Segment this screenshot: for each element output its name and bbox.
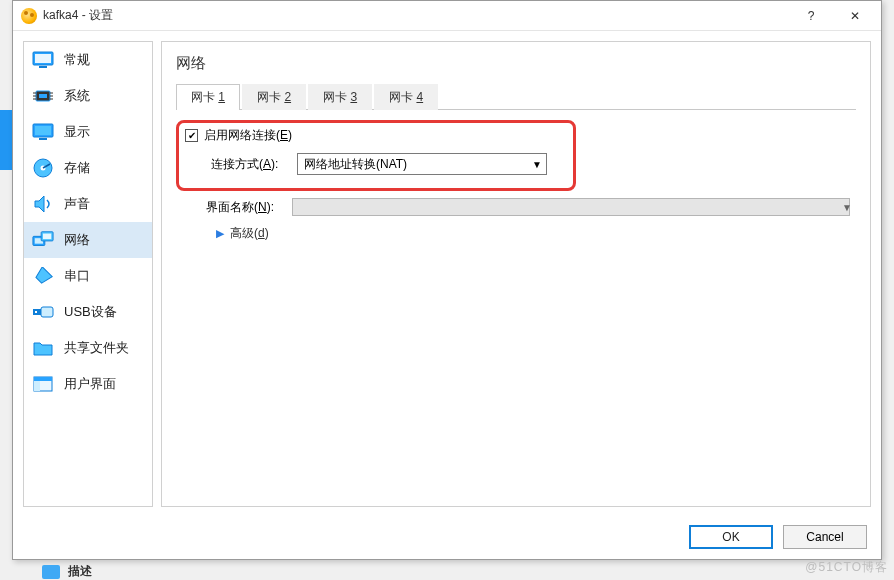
svg-rect-2 xyxy=(39,66,47,68)
svg-rect-25 xyxy=(34,381,40,391)
page-title: 网络 xyxy=(176,50,856,83)
interface-name-combo[interactable] xyxy=(292,198,850,216)
cancel-button[interactable]: Cancel xyxy=(783,525,867,549)
description-icon xyxy=(42,565,60,579)
svg-rect-4 xyxy=(39,94,47,98)
speaker-icon xyxy=(32,194,54,214)
monitor-icon xyxy=(32,50,54,70)
sidebar-item-label: 系统 xyxy=(64,87,90,105)
dialog-body: 常规 系统 显示 存储 xyxy=(13,31,881,517)
usb-icon xyxy=(32,302,54,322)
sidebar-item-label: 共享文件夹 xyxy=(64,339,129,357)
sidebar-item-display[interactable]: 显示 xyxy=(24,114,152,150)
adapter-tabs: 网卡 1 网卡 2 网卡 3 网卡 4 xyxy=(176,83,856,110)
interface-name-label: 界面名称(N): xyxy=(206,199,286,216)
ok-button[interactable]: OK xyxy=(689,525,773,549)
sidebar-item-shared-folders[interactable]: 共享文件夹 xyxy=(24,330,152,366)
attached-to-value: 网络地址转换(NAT) xyxy=(304,156,407,173)
question-icon: ? xyxy=(808,9,815,23)
sidebar-item-network[interactable]: 网络 xyxy=(24,222,152,258)
chevron-down-icon: ▼ xyxy=(842,202,852,213)
advanced-expander[interactable]: ▶ 高级(d) xyxy=(180,219,852,242)
category-sidebar: 常规 系统 显示 存储 xyxy=(23,41,153,507)
sidebar-item-label: 声音 xyxy=(64,195,90,213)
highlight-annotation: ✔ 启用网络连接(E) 连接方式(A): 网络地址转换(NAT) ▼ xyxy=(176,120,576,191)
sidebar-item-serial[interactable]: 串口 xyxy=(24,258,152,294)
sidebar-item-storage[interactable]: 存储 xyxy=(24,150,152,186)
content-panel: 网络 网卡 1 网卡 2 网卡 3 网卡 4 ✔ 启用网络连接(E) 连接方式(… xyxy=(161,41,871,507)
sidebar-item-label: 网络 xyxy=(64,231,90,249)
sidebar-item-interface[interactable]: 用户界面 xyxy=(24,366,152,402)
advanced-label: 高级(d) xyxy=(230,225,269,242)
tab-label: 网卡 4 xyxy=(389,90,423,104)
settings-dialog: kafka4 - 设置 ? ✕ 常规 系统 xyxy=(12,0,882,560)
tab-adapter-2[interactable]: 网卡 2 xyxy=(242,84,306,110)
sidebar-item-label: 存储 xyxy=(64,159,90,177)
svg-rect-13 xyxy=(39,138,47,140)
tab-label: 网卡 1 xyxy=(191,90,225,104)
tab-label: 网卡 2 xyxy=(257,90,291,104)
sidebar-item-label: 显示 xyxy=(64,123,90,141)
display-icon xyxy=(32,122,54,142)
attached-to-row: 连接方式(A): 网络地址转换(NAT) ▼ xyxy=(185,150,567,178)
svg-rect-21 xyxy=(41,307,53,317)
sidebar-item-usb[interactable]: USB设备 xyxy=(24,294,152,330)
svg-rect-22 xyxy=(35,311,37,313)
close-button[interactable]: ✕ xyxy=(833,2,877,30)
sidebar-item-label: USB设备 xyxy=(64,303,117,321)
disk-icon xyxy=(32,158,54,178)
sidebar-item-system[interactable]: 系统 xyxy=(24,78,152,114)
enable-network-row: ✔ 启用网络连接(E) xyxy=(185,125,567,150)
sidebar-item-general[interactable]: 常规 xyxy=(24,42,152,78)
description-label: 描述 xyxy=(68,563,92,580)
description-strip: 描述 xyxy=(42,563,92,580)
interface-name-row: 界面名称(N): ▼ xyxy=(180,195,852,219)
tab-body: ✔ 启用网络连接(E) 连接方式(A): 网络地址转换(NAT) ▼ 界面名称(… xyxy=(176,110,856,498)
triangle-right-icon: ▶ xyxy=(216,227,224,240)
attached-to-label: 连接方式(A): xyxy=(211,156,291,173)
help-button[interactable]: ? xyxy=(789,2,833,30)
window-title: kafka4 - 设置 xyxy=(43,7,789,24)
app-icon xyxy=(21,8,37,24)
tab-adapter-4[interactable]: 网卡 4 xyxy=(374,84,438,110)
svg-rect-24 xyxy=(34,377,52,381)
chip-icon xyxy=(32,86,54,106)
tab-label: 网卡 3 xyxy=(323,90,357,104)
serial-port-icon xyxy=(32,266,54,286)
close-icon: ✕ xyxy=(850,9,860,23)
interface-icon xyxy=(32,374,54,394)
sidebar-item-audio[interactable]: 声音 xyxy=(24,186,152,222)
chevron-down-icon: ▼ xyxy=(532,159,542,170)
svg-rect-1 xyxy=(35,54,51,63)
svg-rect-19 xyxy=(43,234,51,240)
folder-icon xyxy=(32,338,54,358)
titlebar: kafka4 - 设置 ? ✕ xyxy=(13,1,881,31)
sidebar-item-label: 常规 xyxy=(64,51,90,69)
enable-network-checkbox[interactable]: ✔ xyxy=(185,129,198,142)
svg-rect-12 xyxy=(35,126,51,135)
tab-adapter-1[interactable]: 网卡 1 xyxy=(176,84,240,110)
network-icon xyxy=(32,230,54,250)
sidebar-item-label: 串口 xyxy=(64,267,90,285)
watermark: @51CTO博客 xyxy=(805,559,888,576)
dialog-footer: OK Cancel xyxy=(13,517,881,559)
attached-to-combo[interactable]: 网络地址转换(NAT) ▼ xyxy=(297,153,547,175)
tab-adapter-3[interactable]: 网卡 3 xyxy=(308,84,372,110)
enable-network-label: 启用网络连接(E) xyxy=(204,127,292,144)
sidebar-item-label: 用户界面 xyxy=(64,375,116,393)
